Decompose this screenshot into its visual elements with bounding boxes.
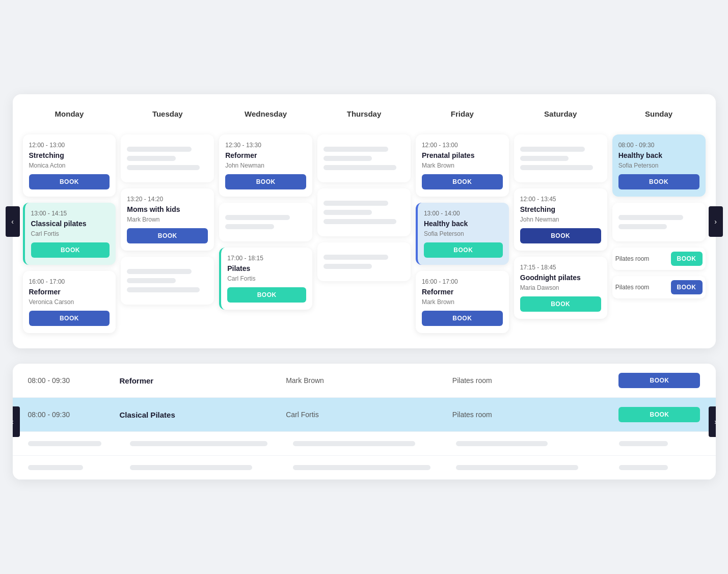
class-card: 08:00 - 09:30 Healthy back Sofia Peterso…	[612, 134, 706, 197]
list-book-button[interactable]: BOOK	[618, 373, 700, 388]
ph-line	[225, 215, 290, 220]
ph-line	[323, 156, 372, 161]
class-name: Reformer	[225, 151, 306, 160]
class-time: 12:30 - 13:30	[225, 142, 306, 149]
placeholder-lines	[127, 142, 208, 175]
list-card: ‹ › 08:00 - 09:30 Reformer Mark Brown Pi…	[13, 364, 716, 480]
list-time: 08:00 - 09:30	[28, 376, 120, 385]
class-name: Goodnight pilates	[520, 273, 601, 282]
ph-line	[323, 255, 388, 260]
list-room: Pilates room	[452, 411, 619, 419]
ph-line	[456, 465, 578, 470]
class-instructor: John Newman	[520, 216, 601, 223]
list-scroll-right-btn[interactable]: ›	[709, 406, 716, 437]
day-header-saturday: Saturday	[514, 110, 607, 121]
list-class-name: Clasical Pilates	[120, 411, 286, 419]
class-card: 12:00 - 13:00 Prenatal pilates Mark Brow…	[416, 134, 509, 197]
side-book-btn1[interactable]: BOOK	[671, 252, 703, 266]
day-col-monday: Monday 12:00 - 13:00 Stretching Monica A…	[23, 110, 116, 334]
day-col-friday: Friday 12:00 - 13:00 Prenatal pilates Ma…	[416, 110, 509, 334]
book-button[interactable]: BOOK	[422, 174, 503, 189]
placeholder-card	[121, 257, 214, 305]
placeholder-card	[317, 188, 411, 236]
ph-line	[130, 441, 267, 446]
ph-line	[293, 441, 415, 446]
list-row: 08:00 - 09:30 Reformer Mark Brown Pilate…	[13, 364, 716, 398]
book-button[interactable]: BOOK	[29, 174, 110, 189]
class-instructor: Carl Fortis	[31, 230, 110, 237]
scroll-left-btn[interactable]: ‹	[6, 206, 20, 237]
book-button[interactable]: BOOK	[422, 311, 503, 326]
placeholder-lines	[323, 196, 405, 229]
book-button[interactable]: BOOK	[618, 174, 699, 189]
book-button[interactable]: BOOK	[227, 287, 306, 303]
class-time: 13:00 - 14:00	[424, 210, 503, 217]
class-name: Moms with kids	[127, 205, 208, 214]
list-instructor: Mark Brown	[286, 376, 452, 385]
book-button[interactable]: BOOK	[31, 242, 110, 258]
side-book-btn2[interactable]: BOOK	[671, 280, 703, 294]
class-instructor: Mark Brown	[422, 162, 503, 169]
class-time: 13:00 - 14:15	[31, 210, 110, 217]
class-card: 13:00 - 14:00 Healthy back Sofia Peterso…	[416, 203, 509, 265]
placeholder-lines	[618, 210, 699, 234]
day-col-wednesday: Wednesday 12:30 - 13:30 Reformer John Ne…	[219, 110, 312, 334]
placeholder-lines	[520, 142, 601, 175]
day-col-saturday: Saturday 12:00 - 13:45 Stretching John N…	[514, 110, 607, 334]
class-instructor: Monica Acton	[29, 162, 110, 169]
placeholder-lines	[323, 142, 405, 175]
ph-line	[456, 441, 548, 446]
ph-line	[127, 156, 175, 161]
list-placeholder-row	[13, 432, 716, 456]
day-header-wednesday: Wednesday	[219, 110, 312, 121]
ph-line	[323, 165, 396, 170]
ph-line	[293, 465, 430, 470]
placeholder-card	[121, 134, 214, 182]
placeholder-lines	[323, 250, 405, 274]
day-header-friday: Friday	[416, 110, 509, 121]
scroll-right-btn[interactable]: ›	[709, 206, 723, 237]
ph-line	[127, 269, 192, 274]
book-button[interactable]: BOOK	[127, 228, 208, 243]
class-instructor: Mark Brown	[127, 216, 208, 223]
ph-line	[28, 441, 101, 446]
class-time: 16:00 - 17:00	[29, 278, 110, 285]
day-header-tuesday: Tuesday	[121, 110, 214, 121]
ph-line	[618, 215, 683, 220]
ph-line	[323, 147, 388, 152]
list-time: 08:00 - 09:30	[28, 411, 120, 419]
class-card: 17:00 - 18:15 Pilates Carl Fortis BOOK	[219, 248, 312, 310]
class-card: 17:15 - 18:45 Goodnight pilates Maria Da…	[514, 257, 607, 319]
calendar-card: ‹ › Monday 12:00 - 13:00 Stretching Moni…	[13, 94, 716, 349]
ph-line	[323, 219, 396, 224]
class-card: 16:00 - 17:00 Reformer Veronica Carson B…	[23, 271, 116, 333]
day-col-sunday: Sunday 08:00 - 09:30 Healthy back Sofia …	[612, 110, 706, 334]
class-time: 17:15 - 18:45	[520, 264, 601, 271]
class-time: 12:00 - 13:00	[29, 142, 110, 149]
class-name: Pilates	[227, 264, 306, 273]
ph-line	[225, 224, 274, 229]
ph-line	[323, 201, 388, 206]
book-button[interactable]: BOOK	[424, 242, 503, 258]
class-card: 13:20 - 14:20 Moms with kids Mark Brown …	[121, 188, 214, 251]
ph-line	[28, 465, 83, 470]
class-card: 12:00 - 13:00 Stretching Monica Acton BO…	[23, 134, 116, 197]
class-instructor: Sofia Peterson	[618, 162, 699, 169]
list-placeholder-row	[13, 456, 716, 480]
list-scroll-left-btn[interactable]: ‹	[13, 406, 20, 437]
ph-line	[520, 156, 569, 161]
class-card: 13:00 - 14:15 Classical pilates Carl For…	[23, 203, 116, 265]
placeholder-card	[317, 242, 411, 281]
book-button[interactable]: BOOK	[225, 174, 306, 189]
list-book-button[interactable]: BOOK	[618, 407, 700, 422]
ph-line	[618, 224, 667, 229]
ph-line	[130, 465, 252, 470]
book-button[interactable]: BOOK	[520, 296, 601, 312]
book-button[interactable]: BOOK	[520, 228, 601, 243]
ph-line	[520, 165, 593, 170]
class-instructor: John Newman	[225, 162, 306, 169]
side-panel-row2: Pilates room BOOK	[612, 276, 706, 298]
book-button[interactable]: BOOK	[29, 311, 110, 326]
side-panel-row1: Pilates room BOOK	[612, 248, 706, 270]
class-time: 13:20 - 14:20	[127, 196, 208, 203]
